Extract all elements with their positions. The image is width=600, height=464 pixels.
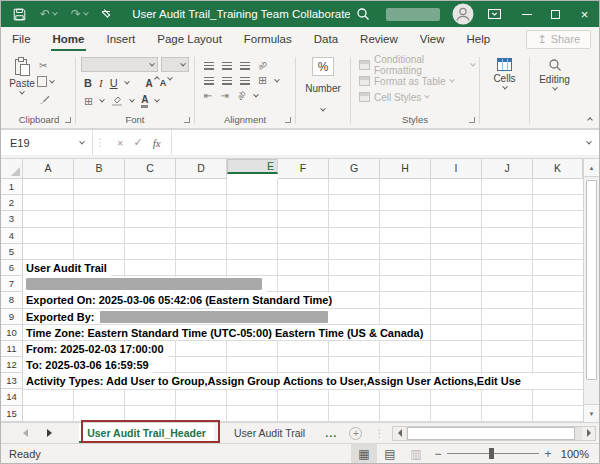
expand-formula-bar-icon[interactable] bbox=[579, 130, 599, 155]
row-header[interactable]: 8 bbox=[1, 292, 23, 308]
column-header-j[interactable]: J bbox=[482, 159, 533, 179]
share-button[interactable]: ↥Share bbox=[526, 30, 591, 49]
column-header-f[interactable]: F bbox=[278, 159, 329, 179]
zoom-out-button[interactable]: − bbox=[429, 447, 447, 461]
merge-center-button[interactable]: ⊞ bbox=[258, 74, 267, 87]
styles-dialog-launcher[interactable] bbox=[469, 117, 475, 123]
horizontal-scrollbar[interactable] bbox=[392, 426, 596, 441]
cut-button[interactable]: ✂ bbox=[39, 59, 54, 71]
cell-a11[interactable]: From: 2025-02-03 17:00:00 bbox=[23, 342, 168, 357]
decrease-font-size-button[interactable]: A bbox=[160, 78, 167, 88]
tab-insert[interactable]: Insert bbox=[95, 27, 146, 51]
tab-page-layout[interactable]: Page Layout bbox=[146, 27, 233, 51]
copy-button[interactable] bbox=[39, 76, 54, 88]
tab-help[interactable]: Help bbox=[456, 27, 502, 51]
scroll-right-icon[interactable] bbox=[582, 427, 595, 440]
cells-group-button[interactable]: Cells bbox=[482, 51, 527, 128]
orientation-icon[interactable] bbox=[256, 59, 268, 71]
horizontal-scroll-thumb[interactable] bbox=[407, 427, 575, 440]
cell-a7-redacted[interactable] bbox=[23, 277, 266, 292]
formula-input[interactable] bbox=[172, 130, 579, 155]
cell-styles-button[interactable]: Cell Styles bbox=[359, 89, 475, 105]
tab-review[interactable]: Review bbox=[349, 27, 409, 51]
column-header-k[interactable]: K bbox=[533, 159, 583, 179]
insert-function-button[interactable]: fx bbox=[153, 137, 161, 149]
collapse-ribbon-icon[interactable] bbox=[587, 117, 593, 123]
new-sheet-button[interactable]: + bbox=[349, 427, 362, 440]
tab-file[interactable]: File bbox=[1, 27, 42, 51]
underline-button[interactable]: U bbox=[110, 77, 118, 89]
row-header[interactable]: 4 bbox=[1, 228, 23, 244]
tab-home[interactable]: Home bbox=[42, 27, 96, 51]
tab-formulas[interactable]: Formulas bbox=[233, 27, 303, 51]
column-header-d[interactable]: D bbox=[176, 159, 227, 179]
cell-a8[interactable]: Exported On: 2025-03-06 05:42:06 (Easter… bbox=[23, 293, 336, 308]
ribbon-display-options-icon[interactable] bbox=[488, 9, 501, 20]
alignment-dialog-launcher[interactable] bbox=[285, 117, 291, 123]
more-sheets-indicator[interactable]: ... bbox=[325, 427, 337, 439]
column-header-g[interactable]: G bbox=[329, 159, 380, 179]
user-avatar[interactable] bbox=[452, 3, 474, 25]
align-center-button[interactable] bbox=[222, 77, 232, 85]
sheet-tab-user-audit-trail[interactable]: User Audit Trail bbox=[220, 423, 319, 443]
editing-group-button[interactable]: Editing bbox=[532, 51, 577, 128]
row-header[interactable]: 3 bbox=[1, 211, 23, 227]
align-right-button[interactable] bbox=[240, 77, 250, 85]
align-top-button[interactable] bbox=[204, 62, 214, 70]
number-group-button[interactable]: % Number bbox=[298, 51, 348, 128]
align-bottom-button[interactable] bbox=[240, 62, 250, 70]
font-size-select[interactable] bbox=[161, 57, 189, 72]
row-header[interactable]: 7 bbox=[1, 276, 23, 292]
column-header-i[interactable]: I bbox=[431, 159, 482, 179]
row-header[interactable]: 10 bbox=[1, 325, 23, 341]
scroll-up-icon[interactable]: ▲ bbox=[584, 159, 599, 177]
column-header-e-selected[interactable]: E bbox=[227, 159, 278, 174]
row-header[interactable]: 9 bbox=[1, 309, 23, 325]
maximize-button[interactable] bbox=[541, 1, 570, 27]
font-name-select[interactable] bbox=[81, 57, 158, 72]
row-header[interactable]: 5 bbox=[1, 244, 23, 260]
cell-a13[interactable]: Activity Types: Add User to Group,Assign… bbox=[23, 374, 583, 389]
font-color-button[interactable]: A bbox=[141, 95, 148, 108]
row-header[interactable]: 11 bbox=[1, 341, 23, 357]
format-painter-button[interactable] bbox=[39, 93, 54, 105]
scroll-left-icon[interactable] bbox=[393, 427, 406, 440]
decrease-indent-button[interactable]: ⇤ bbox=[204, 90, 212, 101]
row-header[interactable]: 13 bbox=[1, 373, 23, 389]
search-icon[interactable] bbox=[356, 7, 370, 21]
zoom-in-button[interactable]: + bbox=[539, 447, 557, 461]
enter-button[interactable]: ✓ bbox=[133, 136, 142, 149]
redo-dropdown-icon[interactable] bbox=[83, 10, 89, 16]
clipboard-dialog-launcher[interactable] bbox=[65, 117, 71, 123]
column-header-a[interactable]: A bbox=[23, 159, 74, 179]
undo-dropdown-icon[interactable] bbox=[52, 10, 58, 16]
fill-color-button[interactable] bbox=[111, 94, 123, 108]
align-left-button[interactable] bbox=[204, 77, 214, 85]
previous-sheet-icon[interactable] bbox=[13, 429, 37, 437]
name-box[interactable]: E19 bbox=[1, 130, 93, 155]
page-break-preview-button[interactable]: ▥ bbox=[403, 444, 429, 463]
cell-a9[interactable]: Exported By: bbox=[23, 309, 332, 324]
row-header[interactable]: 15 bbox=[1, 406, 23, 422]
cell-a6[interactable]: User Audit Trail bbox=[23, 261, 111, 276]
row-header[interactable]: 12 bbox=[1, 357, 23, 373]
tab-view[interactable]: View bbox=[409, 27, 456, 51]
column-header-c[interactable]: C bbox=[125, 159, 176, 179]
next-sheet-icon[interactable] bbox=[37, 429, 61, 437]
cancel-button[interactable]: × bbox=[117, 137, 123, 149]
conditional-formatting-button[interactable]: Conditional Formatting bbox=[359, 57, 475, 73]
tab-data[interactable]: Data bbox=[303, 27, 349, 51]
cell-a10[interactable]: Time Zone: Eastern Standard Time (UTC-05… bbox=[23, 325, 427, 340]
row-header[interactable]: 14 bbox=[1, 389, 23, 405]
vertical-scrollbar[interactable]: ▲ ▼ bbox=[583, 159, 599, 422]
wrap-text-icon[interactable] bbox=[235, 89, 247, 101]
row-header[interactable]: 6 bbox=[1, 260, 23, 276]
row-header[interactable]: 2 bbox=[1, 195, 23, 211]
page-layout-view-button[interactable]: ▤ bbox=[377, 444, 403, 463]
close-button[interactable]: × bbox=[570, 1, 599, 27]
align-middle-button[interactable] bbox=[222, 62, 232, 70]
increase-font-size-button[interactable]: A bbox=[146, 78, 153, 89]
zoom-slider[interactable] bbox=[447, 453, 539, 454]
borders-button[interactable]: ⊞ bbox=[84, 95, 93, 108]
column-header-h[interactable]: H bbox=[380, 159, 431, 179]
